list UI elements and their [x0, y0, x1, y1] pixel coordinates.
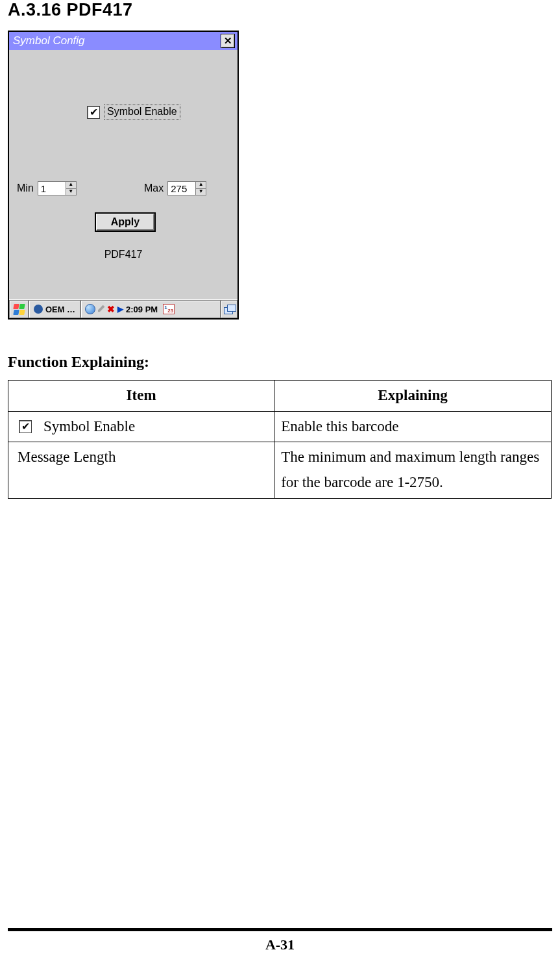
close-icon: ✕ [224, 35, 232, 47]
spin-down-icon[interactable]: ▼ [196, 189, 206, 195]
min-spinbox[interactable]: ▲ ▼ [38, 181, 77, 195]
max-spinbox[interactable]: ▲ ▼ [167, 181, 206, 195]
taskbar: OEM … ✖ ▶ 2:09 PM [9, 299, 237, 318]
table-row: ✔ Symbol Enable Enable this barcode [8, 411, 552, 442]
row-item-label: Message Length [8, 442, 274, 498]
spin-up-icon[interactable]: ▲ [196, 182, 206, 189]
page-number: A-31 [0, 936, 560, 953]
apply-button[interactable]: Apply [95, 212, 156, 232]
table-row: Message Length The minimum and maximum l… [8, 442, 552, 498]
symbol-enable-checkbox[interactable]: ✔ [87, 106, 100, 119]
col-item-header: Item [8, 381, 274, 412]
row-checkbox-icon: ✔ [19, 420, 32, 433]
explaining-table: Item Explaining ✔ Symbol Enable Enable t… [8, 380, 552, 499]
symbol-enable-row: ✔ Symbol Enable [87, 105, 180, 119]
taskbar-clock[interactable]: 2:09 PM [126, 305, 158, 314]
page-name-label: PDF417 [9, 249, 237, 260]
oem-logo-icon [34, 305, 43, 314]
spin-up-icon[interactable]: ▲ [66, 182, 76, 189]
taskbar-oem-label: OEM … [45, 305, 75, 314]
globe-icon[interactable] [85, 304, 95, 314]
network-disconnected-icon[interactable]: ✖ [107, 304, 115, 314]
close-button[interactable]: ✕ [221, 34, 235, 48]
row-explain: The minimum and maximum length ranges fo… [274, 442, 552, 498]
function-subheading: Function Explaining: [8, 353, 552, 371]
taskbar-oem-button[interactable]: OEM … [29, 300, 80, 318]
window-title: Symbol Config [13, 34, 85, 47]
window-client-area: ✔ Symbol Enable Min ▲ ▼ Max [9, 50, 237, 299]
symbol-enable-label: Symbol Enable [104, 105, 180, 119]
min-input[interactable] [38, 182, 66, 195]
start-button[interactable] [9, 300, 29, 318]
row-explain: Enable this barcode [274, 411, 552, 442]
tray-expand-icon[interactable]: ▶ [117, 305, 123, 314]
max-label: Max [144, 182, 164, 194]
col-explaining-header: Explaining [274, 381, 552, 412]
table-header-row: Item Explaining [8, 381, 552, 412]
section-heading: A.3.16 PDF417 [8, 0, 552, 20]
titlebar: Symbol Config ✕ [9, 32, 237, 50]
spin-down-icon[interactable]: ▼ [66, 189, 76, 195]
calendar-icon[interactable] [163, 304, 175, 314]
taskbar-desktop-button[interactable] [221, 300, 237, 318]
windows-stack-icon [224, 305, 234, 314]
check-icon: ✔ [90, 107, 98, 118]
screenshot-window: Symbol Config ✕ ✔ Symbol Enable Min ▲ ▼ [8, 31, 239, 320]
system-tray: ✖ ▶ 2:09 PM [80, 300, 221, 318]
min-label: Min [17, 182, 34, 194]
tool-icon[interactable] [98, 305, 107, 314]
row-item-label: Symbol Enable [43, 414, 135, 440]
footer-rule [8, 928, 552, 931]
windows-logo-icon [12, 303, 25, 316]
max-input[interactable] [168, 182, 195, 195]
